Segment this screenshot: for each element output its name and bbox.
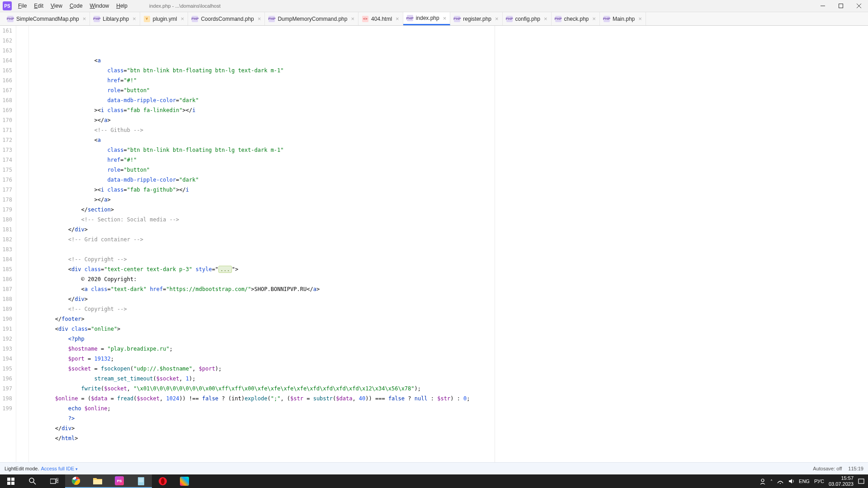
code-content[interactable]: <a class="btn btn-link btn-floating btn-… [29,26,868,462]
tab-label: config.php [515,16,540,22]
tab-label: 404.html [371,16,392,22]
app-icon: PS [3,1,12,10]
svg-rect-5 [11,478,14,481]
lang-rus[interactable]: РУС [814,479,824,484]
search-button[interactable] [22,474,43,488]
tab-label: Liblary.php [103,16,129,22]
close-icon[interactable]: × [495,15,499,22]
clock[interactable]: 15:57 03.07.2023 [829,475,854,487]
menu-code[interactable]: Code [66,1,86,11]
close-icon[interactable]: × [258,15,261,22]
tab-check-php[interactable]: PHPcheck.php× [552,12,600,25]
php-file-icon: PHP [407,15,413,21]
tab-label: register.php [463,16,491,22]
close-icon[interactable]: × [592,15,596,22]
svg-rect-4 [7,478,10,481]
close-icon[interactable]: × [132,15,136,22]
tray-chevron-icon[interactable]: ˄ [770,479,773,484]
chrome-button[interactable] [65,474,87,488]
notepad-icon [137,476,145,485]
explorer-button[interactable] [87,474,108,488]
opera-button[interactable] [152,474,174,488]
close-icon[interactable]: × [443,15,447,22]
taskview-button[interactable] [43,474,65,488]
taskview-icon [50,478,58,484]
start-button[interactable] [0,474,22,488]
svg-rect-6 [7,482,10,485]
tab-label: SimpleCommandMap.php [16,16,79,22]
window-controls [814,0,868,12]
svg-point-23 [780,483,781,484]
minimize-button[interactable] [814,0,832,12]
access-full-ide-link[interactable]: Access full IDE ▾ [41,466,78,471]
menu-view[interactable]: View [47,1,66,11]
gutter: 161 162 163 164 165 166 167 168 169 170 … [0,26,16,462]
tab-label: plugin.yml [153,16,177,22]
tab-plugin-yml[interactable]: Yplugin.yml× [140,12,189,25]
close-icon[interactable]: × [544,15,547,22]
menu-window[interactable]: Window [86,1,113,11]
title-bar: PS File Edit View Code Window Help index… [0,0,868,12]
windows-icon [7,478,14,485]
app-button[interactable] [174,474,195,488]
close-icon[interactable]: × [396,15,399,22]
svg-rect-10 [50,479,56,483]
svg-rect-12 [57,481,58,483]
close-icon[interactable]: × [351,15,354,22]
window-title: index.php - ...\domains\localhost [149,3,221,9]
php-file-icon: PHP [454,16,460,22]
fold-column [16,26,29,462]
php-file-icon: PHP [94,16,100,22]
menu-edit[interactable]: Edit [30,1,47,11]
system-tray: ˄ ENG РУС 15:57 03.07.2023 [760,475,868,487]
cursor-position: 115:19 [848,466,863,471]
svg-rect-15 [93,480,102,484]
opera-icon [158,477,167,486]
tab-coordscommand-php[interactable]: PHPCoordsCommand.php× [188,12,265,25]
autosave-status: Autosave: off [813,466,842,471]
network-icon[interactable] [777,478,783,484]
phpstorm-button[interactable]: PS [108,474,130,488]
tab-config-php[interactable]: PHPconfig.php× [503,12,552,25]
tab-404-html[interactable]: <>404.html× [359,12,403,25]
svg-line-9 [33,482,36,484]
svg-rect-7 [11,482,14,485]
editor-area: 161 162 163 164 165 166 167 168 169 170 … [0,26,868,462]
volume-icon[interactable] [788,478,794,484]
chrome-icon [71,476,80,485]
php-file-icon: PHP [192,16,198,22]
svg-point-22 [761,479,764,482]
close-icon[interactable]: × [638,15,642,22]
php-file-icon: PHP [506,16,513,22]
close-button[interactable] [850,0,868,12]
tab-label: DumpMemoryCommand.php [278,16,347,22]
notifications-icon[interactable] [858,478,864,484]
svg-point-21 [161,478,165,484]
html-file-icon: <> [362,16,368,22]
menu-bar: File Edit View Code Window Help [14,1,131,11]
tab-label: index.php [416,15,439,21]
notepad-button[interactable] [130,474,152,488]
taskbar: PS ˄ ENG РУС 15:57 03.07.2023 [0,474,868,488]
php-file-icon: PHP [269,16,275,22]
tab-bar: PHPSimpleCommandMap.php×PHPLiblary.php×Y… [0,12,868,26]
search-icon [29,478,36,485]
close-icon[interactable]: × [83,15,86,22]
tab-main-php[interactable]: PHPMain.php× [600,12,646,25]
svg-point-8 [29,478,34,483]
tab-register-php[interactable]: PHPregister.php× [450,12,502,25]
tab-index-php[interactable]: PHPindex.php× [403,12,451,25]
maximize-button[interactable] [832,0,850,12]
app-icon-colorful [180,477,189,486]
svg-rect-11 [57,478,58,480]
lang-eng[interactable]: ENG [799,479,810,484]
people-icon[interactable] [760,478,766,484]
phpstorm-icon: PS [115,476,124,485]
close-icon[interactable]: × [181,15,184,22]
tab-dumpmemorycommand-php[interactable]: PHPDumpMemoryCommand.php× [265,12,359,25]
tab-label: check.php [564,16,589,22]
tab-liblary-php[interactable]: PHPLiblary.php× [90,12,140,25]
menu-help[interactable]: Help [113,1,131,11]
tab-simplecommandmap-php[interactable]: PHPSimpleCommandMap.php× [4,12,90,25]
menu-file[interactable]: File [14,1,30,11]
